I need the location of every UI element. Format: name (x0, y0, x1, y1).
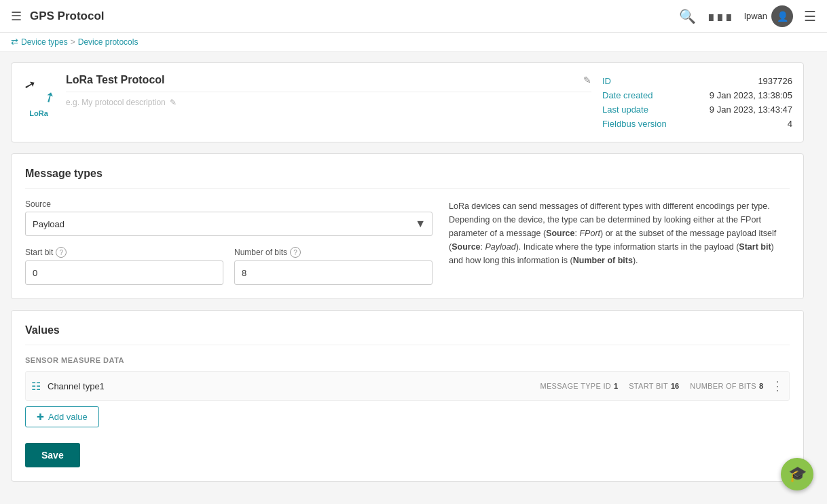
meta-last-update-value: 9 Jan 2023, 13:43:47 (710, 104, 792, 115)
meta-last-update-row: Last update 9 Jan 2023, 13:43:47 (602, 102, 792, 117)
search-icon[interactable]: 🔍 (679, 8, 696, 24)
meta-fieldbus-row: Fieldbus version 4 (602, 117, 792, 131)
start-bit-input[interactable] (25, 260, 223, 285)
message-types-description: LoRa devices can send messages of differ… (449, 199, 790, 285)
save-button[interactable]: Save (25, 443, 80, 467)
breadcrumb-parent[interactable]: Device types (21, 37, 68, 47)
value-num-bits-val: 8 (759, 382, 763, 390)
value-num-bits-key: NUMBER OF BITS (690, 382, 756, 390)
values-title: Values (25, 324, 790, 345)
breadcrumb-icon: ⇄ (11, 37, 18, 47)
start-bit-help-icon[interactable]: ? (56, 247, 67, 258)
num-bits-input[interactable] (234, 260, 433, 285)
value-meta: MESSAGE TYPE ID 1 START BIT 16 NUMBER OF… (540, 382, 764, 390)
protocol-main: LoRa Test Protocol ✎ e.g. My protocol de… (66, 74, 591, 131)
start-bit-group: Start bit ? (25, 247, 223, 285)
add-value-button[interactable]: ✚ Add value (25, 406, 99, 427)
num-bits-label: Number of bits ? (234, 247, 433, 258)
more-options-icon[interactable]: ☰ (804, 8, 816, 24)
app-title: GPS Protocol (30, 9, 671, 23)
meta-id-row: ID 1937726 (602, 74, 792, 88)
breadcrumb: ⇄ Device types > Device protocols (0, 33, 827, 52)
protocol-name-row: LoRa Test Protocol ✎ (66, 74, 591, 92)
message-types-section: Message types Source Payload FPort ▼ St (11, 153, 804, 299)
message-types-left: Source Payload FPort ▼ Start bit ? (25, 199, 433, 285)
num-bits-group: Number of bits ? (234, 247, 433, 285)
protocol-description-edit-icon[interactable]: ✎ (170, 98, 177, 107)
topnav: ☰ GPS Protocol 🔍 ∎∎∎ lpwan 👤 ☰ (0, 0, 827, 33)
protocol-name: LoRa Test Protocol (66, 74, 578, 86)
meta-fieldbus-label: Fieldbus version (602, 119, 667, 129)
message-types-title: Message types (25, 168, 790, 189)
breadcrumb-separator: > (71, 37, 75, 47)
page-content: ➙ ➚ LoRa LoRa Test Protocol ✎ e.g. My pr… (0, 52, 815, 503)
protocol-card: ➙ ➚ LoRa LoRa Test Protocol ✎ e.g. My pr… (11, 62, 804, 142)
num-bits-help-icon[interactable]: ? (290, 247, 301, 258)
start-bit-label: Start bit ? (25, 247, 223, 258)
meta-date-created-value: 9 Jan 2023, 13:38:05 (710, 90, 792, 100)
value-name: Channel type1 (48, 381, 540, 391)
protocol-description-placeholder: e.g. My protocol description (66, 98, 166, 107)
values-section: Values SENSOR MEASURE DATA ☷ Channel typ… (11, 310, 804, 482)
value-msg-type-id: MESSAGE TYPE ID 1 (540, 382, 619, 390)
grid-icon[interactable]: ∎∎∎ (707, 8, 733, 24)
table-row: ☷ Channel type1 MESSAGE TYPE ID 1 START … (25, 371, 790, 401)
protocol-meta: ID 1937726 Date created 9 Jan 2023, 13:3… (602, 74, 792, 131)
help-circle-icon: 🎓 (788, 465, 807, 483)
menu-icon[interactable]: ☰ (11, 9, 22, 24)
protocol-icon-area: ➙ ➚ LoRa (22, 74, 55, 131)
meta-fieldbus-value: 4 (788, 119, 792, 129)
value-num-bits: NUMBER OF BITS 8 (690, 382, 763, 390)
arrow-bottom-right-icon: ➚ (40, 87, 58, 106)
protocol-name-edit-icon[interactable]: ✎ (583, 75, 591, 85)
value-msg-type-id-val: 1 (614, 382, 618, 390)
topnav-right: 🔍 ∎∎∎ lpwan 👤 ☰ (679, 5, 816, 27)
meta-id-value: 1937726 (758, 76, 792, 86)
meta-date-created-label: Date created (602, 90, 653, 100)
value-row-list-icon: ☷ (31, 380, 41, 393)
value-start-bit: START BIT 16 (629, 382, 679, 390)
bit-fields-row: Start bit ? Number of bits ? (25, 247, 433, 285)
add-value-label: Add value (48, 412, 88, 422)
add-value-plus-icon: ✚ (37, 412, 44, 422)
avatar: 👤 (771, 5, 793, 27)
value-start-bit-val: 16 (671, 382, 679, 390)
lora-type-label: LoRa (29, 109, 48, 117)
value-more-button[interactable]: ⋮ (771, 379, 784, 393)
meta-last-update-label: Last update (602, 104, 648, 115)
help-circle-button[interactable]: 🎓 (781, 458, 813, 490)
source-select[interactable]: Payload FPort (25, 212, 433, 236)
username: lpwan (744, 11, 767, 21)
value-msg-type-id-key: MESSAGE TYPE ID (540, 382, 612, 390)
protocol-description-row: e.g. My protocol description ✎ (66, 98, 591, 107)
source-label: Source (25, 199, 433, 209)
message-types-body: Source Payload FPort ▼ Start bit ? (25, 199, 790, 285)
protocol-icon: ➙ ➚ (22, 74, 55, 106)
source-select-wrapper: Payload FPort ▼ (25, 212, 433, 236)
arrow-top-left-icon: ➙ (20, 75, 39, 94)
meta-id-label: ID (602, 76, 611, 86)
value-start-bit-key: START BIT (629, 382, 668, 390)
meta-date-created-row: Date created 9 Jan 2023, 13:38:05 (602, 88, 792, 102)
breadcrumb-current: Device protocols (78, 37, 139, 47)
sensor-label: SENSOR MEASURE DATA (25, 356, 790, 364)
user-menu[interactable]: lpwan 👤 (744, 5, 793, 27)
